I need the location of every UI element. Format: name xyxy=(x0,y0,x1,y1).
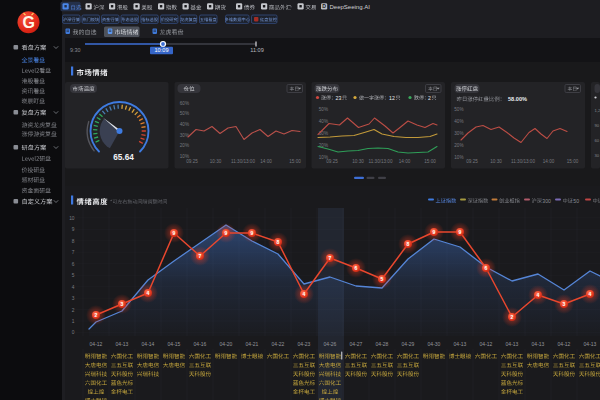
svg-text:3: 3 xyxy=(121,301,124,307)
svg-text:10: 10 xyxy=(69,216,75,221)
svg-text:10:30: 10:30 xyxy=(490,159,502,164)
svg-text:04-20: 04-20 xyxy=(220,341,233,347)
svg-text:2: 2 xyxy=(72,308,75,313)
svg-text:4: 4 xyxy=(147,290,150,296)
svg-text:9: 9 xyxy=(433,229,436,235)
svg-text:3: 3 xyxy=(72,296,75,301)
svg-text:20%: 20% xyxy=(180,143,189,148)
svg-text:60: 60 xyxy=(595,138,600,143)
svg-text:10:30: 10:30 xyxy=(210,159,222,164)
svg-text:04-22: 04-22 xyxy=(272,341,285,347)
svg-text:04-13: 04-13 xyxy=(454,341,467,347)
svg-text:10:30: 10:30 xyxy=(352,159,364,164)
svg-text:04-27: 04-27 xyxy=(350,341,363,347)
svg-text:14:00: 14:00 xyxy=(543,159,555,164)
svg-text:11:30/13:00: 11:30/13:00 xyxy=(369,159,393,164)
svg-text:5: 5 xyxy=(381,276,384,282)
svg-text:04-16: 04-16 xyxy=(194,341,207,347)
svg-text:6: 6 xyxy=(72,262,75,267)
svg-text:04-13: 04-13 xyxy=(532,341,545,347)
svg-text:50%: 50% xyxy=(180,111,189,116)
svg-text:9: 9 xyxy=(173,230,176,236)
svg-text:09:25: 09:25 xyxy=(186,159,198,164)
svg-text:30%: 30% xyxy=(454,131,463,136)
svg-text:9:30: 9:30 xyxy=(70,47,81,53)
svg-text:04-12: 04-12 xyxy=(480,341,493,347)
svg-text:65.64: 65.64 xyxy=(113,153,134,162)
svg-text:15:00: 15:00 xyxy=(424,159,436,164)
svg-text:2: 2 xyxy=(511,314,514,320)
svg-text:10:09: 10:09 xyxy=(155,47,169,53)
svg-text:9: 9 xyxy=(225,230,228,236)
svg-text:04-26: 04-26 xyxy=(324,341,337,347)
svg-text:5: 5 xyxy=(72,273,75,278)
svg-text:09:25: 09:25 xyxy=(326,159,338,164)
svg-text:2: 2 xyxy=(95,312,98,318)
svg-text:1: 1 xyxy=(72,319,75,324)
svg-text:10%: 10% xyxy=(454,155,463,160)
svg-text:40%: 40% xyxy=(319,119,328,124)
svg-text:04-29: 04-29 xyxy=(402,341,415,347)
svg-text:DeepSeeing.AI: DeepSeeing.AI xyxy=(330,4,371,10)
svg-text:G: G xyxy=(22,14,34,31)
svg-text:04-30: 04-30 xyxy=(428,341,441,347)
svg-text:14:00: 14:00 xyxy=(260,159,272,164)
svg-text:12: 12 xyxy=(389,95,395,101)
svg-text:6: 6 xyxy=(355,265,358,271)
svg-text:58.00%: 58.00% xyxy=(508,96,527,102)
svg-text:4: 4 xyxy=(303,291,306,297)
svg-text:4: 4 xyxy=(589,291,592,297)
svg-text:7: 7 xyxy=(329,255,332,261)
svg-text:23: 23 xyxy=(336,95,342,101)
svg-text:D: D xyxy=(322,3,326,9)
svg-text:04-28: 04-28 xyxy=(376,341,389,347)
svg-text:14:00: 14:00 xyxy=(399,159,411,164)
svg-text:50%: 50% xyxy=(454,107,463,112)
svg-text:8: 8 xyxy=(407,241,410,247)
svg-text:09:25: 09:25 xyxy=(466,159,478,164)
svg-text:7: 7 xyxy=(72,250,75,255)
svg-text:8: 8 xyxy=(277,239,280,245)
svg-text:11:30/13:00: 11:30/13:00 xyxy=(511,159,535,164)
svg-text:04-13: 04-13 xyxy=(584,341,597,347)
svg-text:04-12: 04-12 xyxy=(90,341,103,347)
svg-text:40%: 40% xyxy=(180,122,189,127)
svg-text:9: 9 xyxy=(459,229,462,235)
svg-text:2: 2 xyxy=(428,95,431,101)
svg-text:04-23: 04-23 xyxy=(298,341,311,347)
svg-text:04-13: 04-13 xyxy=(506,341,519,347)
svg-text:04-21: 04-21 xyxy=(246,341,259,347)
svg-text:15:00: 15:00 xyxy=(567,159,579,164)
svg-text:90: 90 xyxy=(595,123,600,128)
svg-text:04-14: 04-14 xyxy=(142,341,155,347)
svg-text:1,20: 1,20 xyxy=(595,108,600,113)
svg-text:6: 6 xyxy=(485,265,488,271)
svg-text:30: 30 xyxy=(595,153,600,158)
svg-text:11:09: 11:09 xyxy=(250,47,264,53)
svg-text:40%: 40% xyxy=(454,119,463,124)
svg-text:7: 7 xyxy=(199,253,202,259)
svg-text:3: 3 xyxy=(563,301,566,307)
svg-text:8: 8 xyxy=(72,239,75,244)
svg-text:9: 9 xyxy=(251,230,254,236)
svg-text:04-15: 04-15 xyxy=(168,341,181,347)
svg-text:50: 50 xyxy=(573,198,579,204)
svg-text:60%: 60% xyxy=(180,101,189,106)
svg-text:11:30/13:00: 11:30/13:00 xyxy=(231,159,255,164)
svg-text:04-12: 04-12 xyxy=(558,341,571,347)
svg-text:9: 9 xyxy=(72,227,75,232)
svg-text:50%: 50% xyxy=(319,107,328,112)
svg-text:4: 4 xyxy=(537,292,540,298)
svg-text:15:00: 15:00 xyxy=(289,159,301,164)
svg-text:0: 0 xyxy=(72,330,75,335)
svg-text:04-13: 04-13 xyxy=(116,341,129,347)
svg-text:300: 300 xyxy=(542,198,551,204)
svg-text:4: 4 xyxy=(72,285,75,290)
svg-text:20%: 20% xyxy=(454,143,463,148)
